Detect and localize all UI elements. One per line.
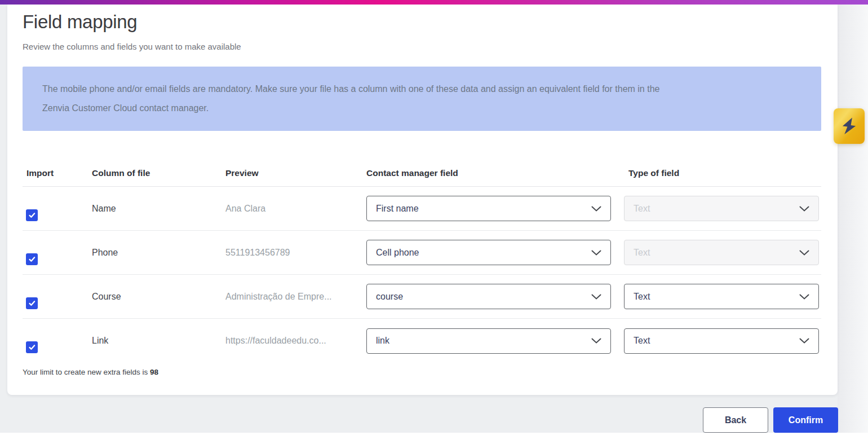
chevron-down-icon [591, 250, 601, 256]
confirm-button[interactable]: Confirm [773, 407, 838, 433]
select-value: link [376, 336, 389, 346]
contact-manager-field-select[interactable]: First name [366, 196, 611, 221]
quick-actions-button[interactable] [834, 108, 865, 144]
preview-value: Ana Clara [225, 204, 265, 213]
check-icon [28, 211, 36, 219]
table-header-contact-manager-field: Contact manager field [366, 168, 624, 178]
check-icon [28, 255, 36, 263]
chevron-down-icon [799, 250, 809, 256]
import-checkbox[interactable] [26, 253, 38, 265]
select-value: Text [634, 292, 650, 302]
column-of-file-label: Course [92, 292, 121, 301]
type-of-field-select[interactable]: Text [624, 240, 819, 265]
table-row: Name Ana Clara First name Text [23, 187, 821, 231]
limit-note-text: Your limit to create new extra fields is [23, 368, 150, 376]
table-header-import: Import [23, 168, 92, 178]
column-of-file-label: Link [92, 336, 108, 345]
field-mapping-table: Name Ana Clara First name Text Phone 551… [23, 187, 821, 363]
select-value: Text [634, 336, 650, 346]
table-row: Course Administração de Empre... course … [23, 275, 821, 319]
type-of-field-select[interactable]: Text [624, 284, 819, 309]
type-of-field-select[interactable]: Text [624, 328, 819, 354]
preview-value: Administração de Empre... [225, 292, 332, 301]
check-icon [28, 343, 36, 351]
chevron-down-icon [799, 206, 809, 212]
column-of-file-label: Name [92, 204, 116, 213]
lightning-bolt-icon [842, 117, 857, 135]
contact-manager-field-select[interactable]: course [366, 284, 611, 309]
chevron-down-icon [799, 338, 809, 344]
table-header-type-of-field: Type of field [624, 168, 821, 178]
select-value: Text [634, 248, 650, 258]
chevron-down-icon [591, 338, 601, 344]
import-checkbox[interactable] [26, 341, 38, 353]
top-gradient-bar [0, 0, 868, 5]
chevron-down-icon [591, 206, 601, 212]
table-header-column-of-file: Column of file [92, 168, 225, 178]
page-title: Field mapping [23, 11, 137, 33]
import-checkbox[interactable] [26, 209, 38, 221]
limit-value: 98 [150, 368, 158, 376]
check-icon [28, 299, 36, 307]
import-checkbox[interactable] [26, 297, 38, 309]
table-header-preview: Preview [225, 168, 366, 178]
select-value: Cell phone [376, 248, 419, 258]
field-mapping-panel: Field mapping Review the columns and fie… [7, 5, 838, 395]
type-of-field-select[interactable]: Text [624, 196, 819, 221]
preview-value: 5511913456789 [225, 248, 290, 257]
contact-manager-field-select[interactable]: link [366, 328, 611, 354]
bottom-strip [0, 433, 868, 435]
banner-text-line-1: The mobile phone and/or email fields are… [42, 80, 810, 99]
column-of-file-label: Phone [92, 248, 118, 257]
page-subtitle: Review the columns and fields you want t… [23, 42, 241, 51]
extra-fields-limit-note: Your limit to create new extra fields is… [23, 368, 158, 376]
select-value: course [376, 292, 403, 302]
table-row: Phone 5511913456789 Cell phone Text [23, 231, 821, 275]
back-button[interactable]: Back [703, 407, 768, 433]
select-value: First name [376, 204, 419, 214]
table-header-row: Import Column of file Preview Contact ma… [23, 160, 821, 187]
table-row: Link https://faculdadeedu.co... link Tex… [23, 319, 821, 363]
right-gutter [838, 5, 868, 435]
chevron-down-icon [799, 294, 809, 300]
contact-manager-field-select[interactable]: Cell phone [366, 240, 611, 265]
select-value: Text [634, 204, 650, 214]
info-banner: The mobile phone and/or email fields are… [23, 67, 821, 131]
preview-value: https://faculdadeedu.co... [225, 336, 326, 345]
banner-text-line-2: Zenvia Customer Cloud contact manager. [42, 99, 810, 118]
chevron-down-icon [591, 294, 601, 300]
